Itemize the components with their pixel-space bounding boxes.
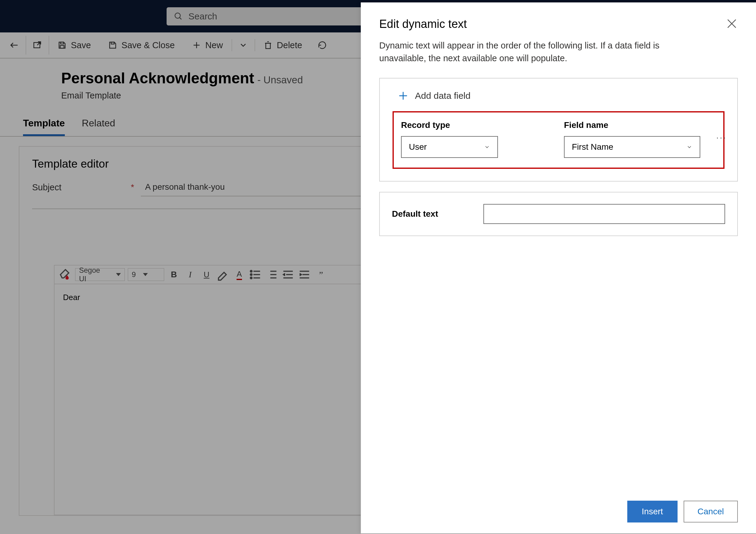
panel-description: Dynamic text will appear in the order of… bbox=[379, 39, 700, 65]
chevron-down-icon bbox=[686, 144, 692, 150]
record-type-value: User bbox=[409, 142, 427, 152]
field-name-select[interactable]: First Name bbox=[564, 136, 700, 158]
close-button[interactable] bbox=[726, 17, 738, 30]
default-text-input[interactable] bbox=[483, 204, 725, 224]
chevron-down-icon bbox=[484, 144, 490, 150]
add-data-field-button[interactable]: Add data field bbox=[398, 91, 724, 101]
default-text-card: Default text bbox=[379, 192, 738, 236]
close-icon bbox=[726, 17, 738, 30]
field-name-label: Field name bbox=[564, 120, 716, 130]
data-field-card: Add data field Record type User Field na… bbox=[379, 78, 738, 182]
field-name-value: First Name bbox=[572, 142, 613, 152]
record-type-select[interactable]: User bbox=[401, 136, 498, 158]
record-type-label: Record type bbox=[401, 120, 553, 130]
more-options-button[interactable]: ··· bbox=[716, 133, 727, 142]
highlighted-field-row: Record type User Field name First Name bbox=[392, 111, 724, 169]
insert-button[interactable]: Insert bbox=[627, 501, 678, 522]
add-data-field-label: Add data field bbox=[415, 91, 471, 101]
edit-dynamic-text-panel: Edit dynamic text Dynamic text will appe… bbox=[361, 2, 756, 533]
cancel-button[interactable]: Cancel bbox=[684, 501, 738, 522]
default-text-label: Default text bbox=[392, 209, 438, 219]
plus-icon bbox=[398, 91, 408, 101]
panel-title: Edit dynamic text bbox=[379, 17, 467, 31]
